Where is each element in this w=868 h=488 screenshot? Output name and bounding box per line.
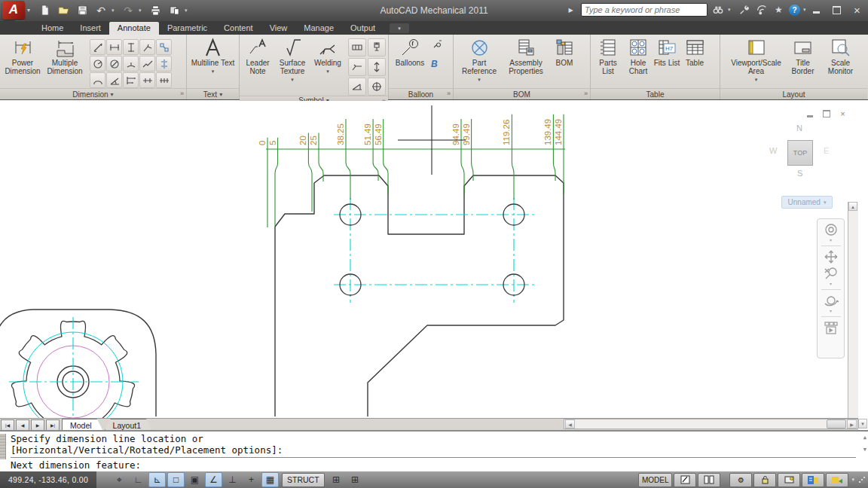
fits-list-button[interactable]: H7 Fits List [653,36,680,67]
panel-title-table[interactable]: Table [591,88,720,99]
tab-output[interactable]: Output [342,22,384,35]
vertical-dimension-icon[interactable] [123,39,139,55]
tab-manage[interactable]: Manage [295,22,342,35]
toolbar-lock-icon[interactable] [753,473,776,487]
viewcube-west[interactable]: W [769,146,777,155]
annotation-visibility-icon[interactable] [826,473,848,487]
struct-button[interactable]: STRUCT [282,473,325,487]
zoom-dropdown-icon[interactable]: ▾ [830,282,832,286]
first-tab-icon[interactable]: |◀ [1,419,14,431]
jogged-dimension-icon[interactable] [139,56,155,72]
subscription-wrench-icon[interactable] [737,3,751,17]
panel-title-balloon[interactable]: Balloon » [389,88,453,99]
welding-button[interactable]: Welding ▾ [311,36,344,75]
save-icon[interactable] [74,2,90,18]
application-menu-arrow-icon[interactable]: ▾ [27,7,30,14]
resize-grip[interactable] [859,477,865,483]
pan-icon[interactable] [824,249,839,264]
baseline-dimension-icon[interactable] [123,72,139,88]
viewcube-east[interactable]: E [824,146,829,155]
arc-dimension-icon[interactable] [123,56,139,72]
restore-icon[interactable] [829,4,845,16]
arc-length-icon[interactable] [90,72,105,88]
symmetric-dimension-icon[interactable] [156,56,172,72]
tab-insert[interactable]: Insert [72,22,109,35]
horizontal-scroll-thumb[interactable] [827,419,846,429]
close-icon[interactable]: × [849,4,865,16]
quick-view-drawings-icon[interactable] [698,473,720,487]
tab-content[interactable]: Content [215,22,261,35]
table-button[interactable]: Table [680,36,709,67]
balloon-style-icon[interactable]: B [431,56,448,73]
redo-icon[interactable]: ↷ [120,2,136,18]
lineweight-toggle[interactable]: ⊞ [328,472,345,487]
parts-list-button[interactable]: Parts List [593,36,623,75]
new-file-icon[interactable] [36,2,53,18]
infocenter-collapse-icon[interactable]: ▶ [564,3,578,17]
undo-icon[interactable]: ↶ [93,2,109,18]
viewport-scale-area-button[interactable]: Viewport/Scale Area ▾ [729,36,784,84]
dialog-launcher-icon[interactable]: » [180,90,184,97]
orbit-dropdown-icon[interactable]: ▾ [830,310,832,313]
object-snap-toggle[interactable]: □ [167,472,185,487]
multiline-text-dropdown-icon[interactable]: ▾ [212,67,215,75]
assembly-properties-button[interactable]: Assembly Properties [503,36,549,75]
3d-object-snap-toggle[interactable]: ▣ [186,472,203,487]
search-binoculars-icon[interactable] [711,3,725,17]
next-tab-icon[interactable]: ▶ [31,419,44,431]
title-border-button[interactable]: Title Border [787,36,820,75]
command-line-window[interactable]: Specify dimension line location or [Hori… [0,430,868,471]
feature-control-frame-icon[interactable] [348,38,366,56]
panel-title-layout[interactable]: Layout [720,88,867,99]
leader-note-button[interactable]: Leader Note [242,36,274,75]
part-reference-button[interactable]: Part Reference ▾ [456,36,503,84]
horizontal-scrollbar[interactable]: ◀ ▶ [564,419,858,429]
undo-dropdown-icon[interactable]: ▾ [112,8,118,14]
aligned-dimension-icon[interactable] [90,39,105,55]
angular-dimension-icon[interactable] [106,72,122,88]
hatch-display-toggle[interactable]: ▦ [261,472,279,487]
tab-annotate[interactable]: Annotate [109,22,159,35]
edge-symbol-icon[interactable] [368,58,386,76]
tab-home[interactable]: Home [33,22,72,35]
linear-dimension-icon[interactable] [106,39,122,55]
help-icon[interactable]: ? [789,5,800,16]
navbar-dropdown-icon[interactable]: ▾ [830,239,832,242]
ordinate-dimension-icon[interactable] [156,39,172,55]
qat-customize-icon[interactable]: ▾ [185,8,191,14]
workspace-gear-icon[interactable]: ⚙ [729,473,752,487]
panel-title-text[interactable]: Text▾ [187,88,239,99]
coordinate-readout[interactable]: 499.24, -133.46, 0.00 [0,471,96,488]
diameter-dimension-icon[interactable] [106,56,122,72]
viewport-close-icon[interactable]: × [838,109,848,118]
power-dimension-button[interactable]: Power Dimension [2,36,43,75]
balloons-button[interactable]: Balloons [391,36,429,67]
viewcube-top-face[interactable]: TOP [787,140,813,166]
plot-icon[interactable] [147,2,164,18]
scroll-up-icon[interactable]: ▲ [848,202,857,211]
named-view-dropdown[interactable]: Unnamed▾ [781,196,833,209]
feature-identifier-icon[interactable] [348,58,366,76]
scroll-down-icon[interactable]: ▼ [858,419,867,429]
viewcube[interactable]: N W TOP E S [769,122,830,185]
bom-button[interactable]: BOM [549,36,579,67]
search-input[interactable] [581,3,708,17]
hardware-acceleration-icon[interactable] [778,473,800,487]
steering-wheel-icon[interactable] [824,222,839,237]
command-window-grip[interactable] [0,434,6,459]
redo-dropdown-icon[interactable]: ▾ [139,8,145,14]
orbit-icon[interactable] [824,293,839,308]
viewcube-south[interactable]: S [797,169,802,178]
zoom-icon[interactable] [824,266,839,281]
scale-monitor-button[interactable]: Scale Monitor [823,36,859,75]
last-tab-icon[interactable]: ▶| [46,419,60,431]
annotation-scale-icon[interactable] [802,473,824,487]
dynamic-ucs-toggle[interactable]: ⊥ [224,472,241,487]
multiple-dimension-button[interactable]: Multiple Dimension [43,36,87,75]
scroll-up-icon[interactable]: ▲ [863,435,866,441]
object-snap-tracking-toggle[interactable]: ∠ [205,472,222,487]
minimize-icon[interactable] [808,4,824,16]
polar-tracking-toggle[interactable]: ⊾ [148,472,166,487]
showmotion-icon[interactable] [824,320,839,335]
tab-model[interactable]: Model [62,419,103,431]
